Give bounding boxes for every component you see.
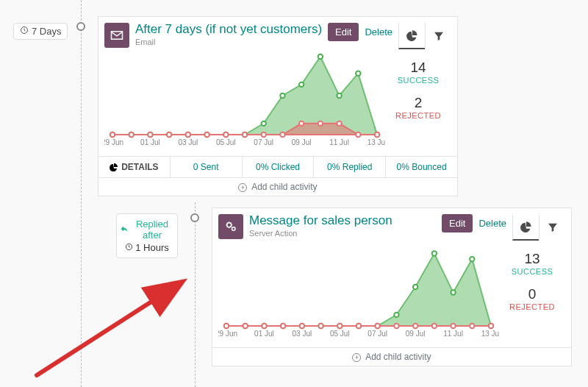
svg-point-51 (394, 313, 398, 317)
svg-point-11 (280, 93, 284, 98)
clock-icon (125, 242, 133, 253)
timeline-marker (76, 22, 85, 31)
svg-text:11 Jul: 11 Jul (443, 330, 463, 338)
svg-point-59 (262, 324, 266, 328)
svg-point-30 (356, 132, 360, 137)
reply-icon (120, 224, 129, 235)
rejected-count: 2 (385, 95, 451, 111)
wait-badge: 7 Days (13, 23, 68, 40)
delete-link[interactable]: Delete (473, 214, 512, 232)
delete-link[interactable]: Delete (359, 23, 398, 41)
activity-title[interactable]: Message for sales person (249, 214, 439, 228)
svg-point-21 (186, 132, 190, 137)
svg-point-57 (224, 324, 229, 328)
plus-icon: + (238, 183, 247, 192)
svg-text:01 Jul: 01 Jul (254, 330, 274, 338)
chart-mini: 29 Jun01 Jul03 Jul05 Jul07 Jul09 Jul11 J… (104, 52, 385, 150)
svg-point-40 (227, 223, 232, 227)
replied-after-label: Replied after (130, 219, 174, 241)
filter-icon[interactable] (539, 214, 565, 241)
activity-title[interactable]: After 7 days (if not yet customers) (135, 23, 325, 37)
svg-point-53 (432, 251, 437, 255)
svg-point-62 (318, 324, 323, 328)
svg-point-13 (318, 54, 323, 59)
svg-point-19 (148, 132, 152, 137)
clock-icon (20, 26, 29, 37)
svg-point-14 (337, 93, 341, 98)
rejected-label: REJECTED (499, 302, 565, 311)
timeline-marker-child (190, 213, 199, 222)
metrics-row: DETAILS 0 Sent 0% Clicked 0% Replied 0% … (98, 156, 457, 177)
svg-point-70 (470, 324, 474, 328)
svg-point-54 (451, 290, 455, 294)
svg-point-27 (299, 121, 304, 126)
edit-button[interactable]: Edit (442, 214, 473, 232)
svg-point-22 (204, 132, 209, 137)
rejected-count: 0 (499, 286, 565, 302)
svg-point-64 (356, 324, 361, 328)
activity-subtitle: Server Action (249, 229, 439, 238)
svg-text:01 Jul: 01 Jul (140, 138, 160, 146)
svg-point-52 (413, 285, 417, 289)
pie-chart-icon[interactable] (512, 214, 539, 241)
svg-point-17 (110, 132, 115, 137)
svg-text:07 Jul: 07 Jul (254, 138, 273, 146)
svg-point-26 (280, 132, 284, 137)
replied-after-duration: 1 Hours (135, 242, 169, 253)
success-count: 13 (499, 251, 565, 267)
metric-sent[interactable]: 0 Sent (171, 157, 243, 177)
svg-point-66 (394, 324, 398, 328)
svg-point-71 (489, 324, 493, 328)
svg-text:13 Jul: 13 Jul (481, 330, 499, 338)
svg-point-15 (356, 71, 360, 76)
svg-text:07 Jul: 07 Jul (368, 330, 387, 338)
svg-text:29 Jun: 29 Jun (218, 330, 237, 338)
svg-point-58 (243, 324, 248, 328)
metric-replied[interactable]: 0% Replied (314, 157, 386, 177)
wait-badge-text: 7 Days (32, 26, 61, 37)
activity-card: Message for sales person Server Action E… (212, 207, 572, 366)
email-icon (104, 23, 129, 48)
svg-point-24 (243, 132, 247, 137)
metric-bounced[interactable]: 0% Bounced (386, 157, 457, 177)
filter-icon[interactable] (425, 23, 451, 49)
replied-after-badge: Replied after 1 Hours (116, 213, 178, 258)
svg-point-23 (223, 132, 228, 137)
svg-point-25 (262, 132, 266, 137)
svg-point-28 (318, 121, 323, 126)
svg-text:29 Jun: 29 Jun (104, 138, 123, 146)
svg-point-10 (262, 121, 266, 126)
svg-text:05 Jul: 05 Jul (330, 330, 350, 338)
svg-text:03 Jul: 03 Jul (179, 138, 198, 146)
svg-point-67 (413, 324, 417, 328)
add-child-activity[interactable]: + Add child activity (98, 177, 457, 196)
annotation-arrow-icon (33, 258, 202, 383)
success-count: 14 (385, 60, 451, 76)
rejected-label: REJECTED (385, 111, 451, 120)
add-child-activity[interactable]: + Add child activity (212, 347, 571, 366)
svg-point-29 (337, 121, 341, 126)
svg-point-65 (376, 324, 380, 328)
metric-clicked[interactable]: 0% Clicked (243, 157, 315, 177)
svg-point-18 (129, 132, 134, 137)
svg-text:05 Jul: 05 Jul (216, 138, 236, 146)
svg-point-12 (299, 82, 304, 87)
svg-point-68 (432, 324, 437, 328)
svg-point-41 (232, 227, 236, 231)
details-tab[interactable]: DETAILS (98, 157, 171, 177)
svg-point-61 (300, 324, 304, 328)
svg-point-60 (281, 324, 285, 328)
success-label: SUCCESS (385, 76, 451, 85)
svg-text:11 Jul: 11 Jul (329, 138, 349, 146)
svg-point-20 (167, 132, 171, 137)
svg-point-69 (451, 324, 455, 328)
svg-text:09 Jul: 09 Jul (406, 330, 426, 338)
success-label: SUCCESS (499, 267, 565, 276)
edit-button[interactable]: Edit (328, 23, 359, 41)
cogs-icon (218, 214, 243, 239)
pie-chart-icon[interactable] (398, 23, 425, 49)
chart-mini: 29 Jun01 Jul03 Jul05 Jul07 Jul09 Jul11 J… (218, 244, 499, 341)
timeline-line-child (195, 202, 196, 387)
svg-text:03 Jul: 03 Jul (293, 330, 312, 338)
plus-icon: + (352, 353, 361, 362)
